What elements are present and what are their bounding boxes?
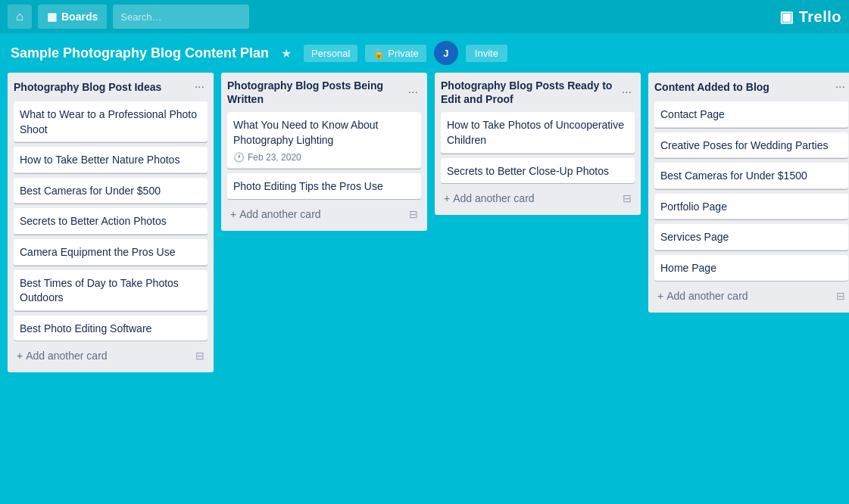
add-card-button-list4[interactable]: + Add another card ⊟ <box>654 285 848 306</box>
card-text-c10: How to Take Photos of Uncooperative Chil… <box>447 119 624 146</box>
card-text-c8: What You Need to Know About Photography … <box>233 119 378 146</box>
list-menu-button-list2[interactable]: ··· <box>405 84 421 101</box>
card-c14[interactable]: Best Cameras for Under $1500 <box>654 163 848 189</box>
card-text-c7: Best Photo Editing Software <box>20 322 151 334</box>
list-header-list4: Content Added to Blog··· <box>654 79 848 95</box>
add-card-label-list4: Add another card <box>666 290 748 302</box>
card-text-c13: Creative Poses for Wedding Parties <box>660 139 829 151</box>
card-c17[interactable]: Home Page <box>654 255 848 281</box>
list-list4: Content Added to Blog···Contact PageCrea… <box>648 73 849 313</box>
list-menu-button-list3[interactable]: ··· <box>619 84 635 101</box>
card-c7[interactable]: Best Photo Editing Software <box>14 316 208 341</box>
card-text-c5: Camera Equipment the Pros Use <box>20 246 175 258</box>
card-text-c15: Portfolio Page <box>660 201 727 213</box>
card-c13[interactable]: Creative Poses for Wedding Parties <box>654 132 848 159</box>
add-card-label-list2: Add another card <box>239 208 320 220</box>
personal-button[interactable]: Personal <box>304 45 357 62</box>
add-card-left-list2: + Add another card <box>230 208 321 220</box>
card-date-c8: Feb 23, 2020 <box>248 151 301 164</box>
card-c3[interactable]: Best Cameras for Under $500 <box>14 178 208 204</box>
card-text-c14: Best Cameras for Under $1500 <box>660 170 807 182</box>
card-c12[interactable]: Contact Page <box>654 101 848 128</box>
template-icon-list4: ⊟ <box>836 290 845 302</box>
trello-logo-text: Trello <box>799 8 841 26</box>
list-title-list4: Content Added to Blog <box>654 80 832 94</box>
add-card-left-list1: + Add another card <box>17 350 108 362</box>
list-list2: Photography Blog Posts Being Written···W… <box>221 73 427 231</box>
plus-icon-list3: + <box>444 192 450 204</box>
card-c16[interactable]: Services Page <box>654 224 848 250</box>
card-c11[interactable]: Secrets to Better Close-Up Photos <box>441 158 635 184</box>
list-menu-button-list1[interactable]: ··· <box>192 79 208 95</box>
clock-icon: 🕐 <box>233 151 245 164</box>
add-card-button-list3[interactable]: + Add another card ⊟ <box>441 188 635 209</box>
card-text-c1: What to Wear to a Professional Photo Sho… <box>20 108 197 135</box>
top-nav: ⌂ ▦ Boards ▣ Trello <box>0 0 849 33</box>
card-text-c17: Home Page <box>660 262 716 274</box>
template-icon-list1: ⊟ <box>195 350 204 362</box>
card-text-c9: Photo Editing Tips the Pros Use <box>233 180 383 192</box>
card-c9[interactable]: Photo Editing Tips the Pros Use <box>227 173 421 199</box>
template-icon-list2: ⊟ <box>409 208 418 220</box>
card-c1[interactable]: What to Wear to a Professional Photo Sho… <box>14 101 208 142</box>
list-title-list2: Photography Blog Posts Being Written <box>227 79 405 106</box>
card-c8[interactable]: What You Need to Know About Photography … <box>227 112 421 169</box>
card-text-c3: Best Cameras for Under $500 <box>20 185 161 197</box>
list-header-list2: Photography Blog Posts Being Written··· <box>227 79 421 106</box>
board-header: Sample Photography Blog Content Plan ★ P… <box>0 33 849 73</box>
card-c2[interactable]: How to Take Better Nature Photos <box>14 147 208 173</box>
card-c15[interactable]: Portfolio Page <box>654 194 848 220</box>
personal-label: Personal <box>311 48 350 59</box>
add-card-label-list3: Add another card <box>453 192 534 204</box>
invite-button[interactable]: Invite <box>466 45 507 62</box>
private-button[interactable]: 🔒 Private <box>365 45 426 62</box>
star-button[interactable]: ★ <box>276 45 296 62</box>
list-menu-button-list4[interactable]: ··· <box>832 79 848 95</box>
list-title-list3: Photography Blog Posts Ready to Edit and… <box>441 79 619 106</box>
trello-logo-icon: ▣ <box>779 8 794 26</box>
card-c10[interactable]: How to Take Photos of Uncooperative Chil… <box>441 112 635 153</box>
trello-logo: ▣ Trello <box>779 8 841 26</box>
add-card-label-list1: Add another card <box>26 350 107 362</box>
card-text-c12: Contact Page <box>660 108 725 120</box>
list-header-list1: Photography Blog Post Ideas··· <box>14 79 208 95</box>
card-meta-c8: 🕐Feb 23, 2020 <box>233 151 415 164</box>
list-list1: Photography Blog Post Ideas···What to We… <box>8 73 214 372</box>
card-c4[interactable]: Secrets to Better Action Photos <box>14 208 208 235</box>
card-text-c16: Services Page <box>660 231 729 243</box>
boards-icon: ▦ <box>47 11 57 23</box>
avatar-label: J <box>443 48 448 59</box>
plus-icon-list4: + <box>657 290 663 302</box>
add-card-button-list1[interactable]: + Add another card ⊟ <box>14 345 208 366</box>
search-input[interactable] <box>113 5 249 29</box>
add-card-left-list4: + Add another card <box>657 290 748 302</box>
template-icon-list3: ⊟ <box>623 192 632 204</box>
lock-icon: 🔒 <box>373 48 385 59</box>
list-header-list3: Photography Blog Posts Ready to Edit and… <box>441 79 635 106</box>
avatar-button[interactable]: J <box>434 41 458 65</box>
list-list3: Photography Blog Posts Ready to Edit and… <box>435 73 641 215</box>
card-text-c2: How to Take Better Nature Photos <box>20 154 179 166</box>
home-icon: ⌂ <box>16 10 23 23</box>
card-c5[interactable]: Camera Equipment the Pros Use <box>14 239 208 266</box>
invite-label: Invite <box>475 48 498 59</box>
private-label: Private <box>388 48 418 59</box>
boards-button[interactable]: ▦ Boards <box>38 5 107 29</box>
card-c6[interactable]: Best Times of Day to Take Photos Outdoor… <box>14 270 208 311</box>
board-content: Photography Blog Post Ideas···What to We… <box>0 73 849 380</box>
add-card-button-list2[interactable]: + Add another card ⊟ <box>227 204 421 225</box>
home-button[interactable]: ⌂ <box>8 5 32 29</box>
card-text-c4: Secrets to Better Action Photos <box>20 215 167 227</box>
plus-icon-list1: + <box>17 350 23 362</box>
card-text-c11: Secrets to Better Close-Up Photos <box>447 165 609 177</box>
list-title-list1: Photography Blog Post Ideas <box>14 80 192 94</box>
add-card-left-list3: + Add another card <box>444 192 535 204</box>
card-text-c6: Best Times of Day to Take Photos Outdoor… <box>20 277 179 304</box>
boards-label: Boards <box>61 11 98 23</box>
plus-icon-list2: + <box>230 208 236 220</box>
board-title: Sample Photography Blog Content Plan <box>11 45 269 61</box>
